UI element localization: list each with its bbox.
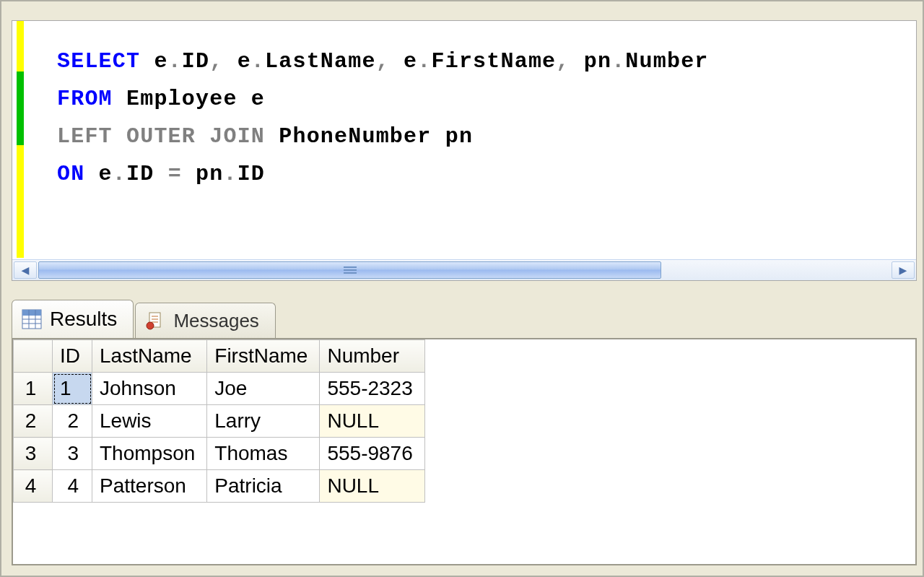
cell[interactable]: Lewis: [92, 405, 207, 438]
results-tabstrip: Results Messages: [12, 300, 917, 338]
cell[interactable]: 555-9876: [320, 438, 424, 470]
sql-token: OUTER: [126, 124, 196, 149]
tab-messages[interactable]: Messages: [135, 303, 276, 338]
sql-token: ,: [209, 49, 223, 74]
sql-token: .: [611, 49, 625, 74]
grid-icon: [21, 308, 43, 330]
sql-token: .: [251, 49, 265, 74]
svg-point-10: [147, 322, 154, 329]
app-frame: SELECT e.ID, e.LastName, e.FirstName, pn…: [0, 0, 924, 577]
sql-token: ID: [182, 49, 209, 74]
document-icon: [144, 310, 166, 331]
sql-token: Employee e: [113, 87, 265, 111]
results-grid[interactable]: IDLastNameFirstNameNumber11JohnsonJoe555…: [13, 339, 425, 503]
tab-results-label: Results: [50, 308, 117, 331]
column-header[interactable]: Number: [320, 340, 424, 373]
cell[interactable]: Joe: [207, 373, 320, 405]
row-number[interactable]: 3: [14, 438, 53, 470]
sql-token: [223, 49, 237, 74]
sql-token: LEFT: [57, 124, 113, 149]
sql-token: .: [168, 49, 182, 74]
tab-messages-label: Messages: [173, 310, 259, 332]
cell[interactable]: 1: [53, 373, 92, 405]
sql-token: [196, 124, 209, 149]
editor-gutter: [12, 21, 28, 259]
cell[interactable]: 4: [53, 470, 92, 503]
row-number[interactable]: 4: [14, 470, 53, 503]
sql-token: ID: [237, 162, 265, 186]
sql-token: e: [237, 49, 251, 74]
cell[interactable]: Thompson: [92, 438, 207, 470]
sql-token: e: [404, 49, 417, 74]
sql-token: ID: [126, 162, 168, 186]
sql-token: [570, 49, 584, 74]
sql-token: .: [417, 49, 431, 74]
sql-code[interactable]: SELECT e.ID, e.LastName, e.FirstName, pn…: [28, 21, 916, 259]
cell[interactable]: Johnson: [92, 373, 207, 405]
sql-token: [140, 49, 154, 74]
cell[interactable]: 3: [53, 438, 92, 470]
editor-horizontal-scrollbar[interactable]: ◀ ▶: [12, 259, 916, 280]
cell[interactable]: Larry: [207, 405, 320, 438]
table-row[interactable]: 33ThompsonThomas555-9876: [14, 438, 425, 470]
scroll-left-arrow-icon[interactable]: ◀: [14, 261, 37, 279]
row-number[interactable]: 1: [14, 373, 53, 405]
table-row[interactable]: 22LewisLarryNULL: [14, 405, 425, 438]
scroll-right-arrow-icon[interactable]: ▶: [892, 261, 915, 279]
tab-results[interactable]: Results: [12, 300, 134, 338]
cell[interactable]: 555-2323: [320, 373, 424, 405]
grid-corner[interactable]: [14, 340, 53, 373]
sql-token: [113, 124, 126, 149]
scroll-track[interactable]: [38, 261, 890, 279]
sql-token: ,: [376, 49, 390, 74]
column-header[interactable]: ID: [53, 340, 92, 373]
column-header[interactable]: LastName: [92, 340, 207, 373]
sql-token: =: [168, 162, 182, 186]
sql-token: pn: [584, 49, 611, 74]
sql-token: PhoneNumber pn: [265, 124, 473, 149]
cell[interactable]: Patterson: [92, 470, 207, 503]
sql-token: ON: [57, 162, 84, 186]
sql-token: e: [154, 49, 167, 74]
sql-token: e: [84, 162, 112, 186]
svg-rect-1: [22, 310, 41, 316]
sql-token: LastName: [265, 49, 376, 74]
cell[interactable]: Thomas: [207, 438, 320, 470]
cell[interactable]: NULL: [320, 405, 424, 438]
sql-token: ,: [556, 49, 570, 74]
sql-token: .: [113, 162, 126, 186]
sql-token: FROM: [57, 87, 113, 111]
sql-token: JOIN: [209, 124, 265, 149]
cell[interactable]: NULL: [320, 470, 424, 503]
row-number[interactable]: 2: [14, 405, 53, 438]
column-header[interactable]: FirstName: [207, 340, 320, 373]
sql-token: .: [223, 162, 237, 186]
sql-token: [390, 49, 404, 74]
sql-token: Number: [625, 49, 708, 74]
sql-editor[interactable]: SELECT e.ID, e.LastName, e.FirstName, pn…: [12, 20, 917, 281]
table-row[interactable]: 44PattersonPatriciaNULL: [14, 470, 425, 503]
cell[interactable]: Patricia: [207, 470, 320, 503]
sql-token: pn: [182, 162, 224, 186]
results-grid-panel: IDLastNameFirstNameNumber11JohnsonJoe555…: [12, 338, 917, 565]
scroll-thumb[interactable]: [38, 261, 661, 279]
table-row[interactable]: 11JohnsonJoe555-2323: [14, 373, 425, 405]
sql-token: FirstName: [431, 49, 556, 74]
sql-token: SELECT: [57, 49, 140, 74]
cell[interactable]: 2: [53, 405, 92, 438]
